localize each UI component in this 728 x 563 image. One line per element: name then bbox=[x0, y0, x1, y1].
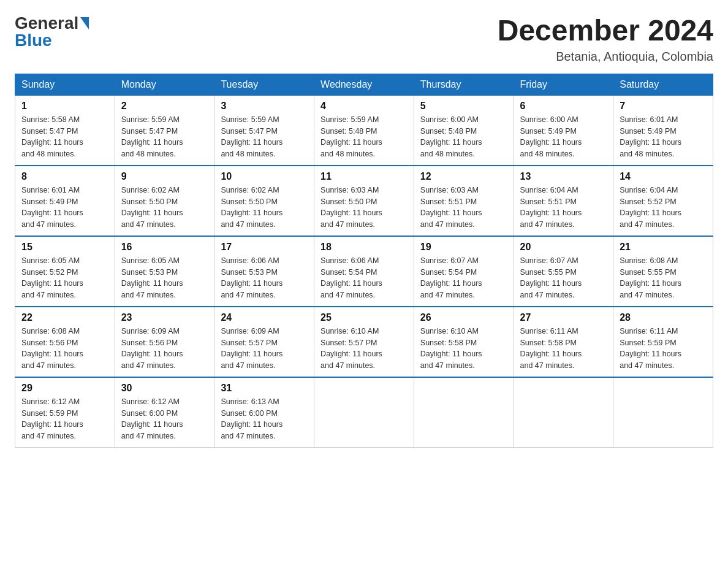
calendar-day-cell: 20 Sunrise: 6:07 AMSunset: 5:55 PMDaylig… bbox=[514, 236, 613, 307]
day-info: Sunrise: 6:00 AMSunset: 5:48 PMDaylight:… bbox=[420, 115, 482, 158]
calendar-day-cell: 19 Sunrise: 6:07 AMSunset: 5:54 PMDaylig… bbox=[414, 236, 514, 307]
calendar-day-cell: 26 Sunrise: 6:10 AMSunset: 5:58 PMDaylig… bbox=[414, 307, 514, 377]
calendar-day-cell bbox=[414, 377, 514, 448]
day-number: 24 bbox=[221, 312, 308, 323]
month-title: December 2024 bbox=[498, 15, 713, 47]
day-number: 29 bbox=[21, 383, 108, 394]
calendar-day-cell: 6 Sunrise: 6:00 AMSunset: 5:49 PMDayligh… bbox=[514, 95, 613, 166]
day-number: 11 bbox=[320, 171, 408, 182]
day-number: 25 bbox=[320, 312, 408, 323]
day-info: Sunrise: 6:03 AMSunset: 5:51 PMDaylight:… bbox=[420, 186, 482, 229]
day-number: 15 bbox=[21, 242, 108, 253]
day-number: 18 bbox=[320, 242, 408, 253]
calendar-day-cell: 14 Sunrise: 6:04 AMSunset: 5:52 PMDaylig… bbox=[613, 166, 713, 236]
calendar-day-cell: 16 Sunrise: 6:05 AMSunset: 5:53 PMDaylig… bbox=[115, 236, 214, 307]
day-info: Sunrise: 6:09 AMSunset: 5:56 PMDaylight:… bbox=[121, 327, 183, 370]
day-info: Sunrise: 6:06 AMSunset: 5:53 PMDaylight:… bbox=[221, 256, 282, 299]
day-number: 30 bbox=[121, 383, 208, 394]
calendar-day-cell: 1 Sunrise: 5:58 AMSunset: 5:47 PMDayligh… bbox=[15, 95, 115, 166]
calendar-day-cell: 30 Sunrise: 6:12 AMSunset: 6:00 PMDaylig… bbox=[115, 377, 214, 448]
page-header: General Blue December 2024 Betania, Anti… bbox=[15, 15, 713, 64]
day-number: 19 bbox=[420, 242, 507, 253]
day-info: Sunrise: 6:13 AMSunset: 6:00 PMDaylight:… bbox=[221, 397, 282, 440]
logo-general-text: General bbox=[15, 15, 78, 32]
day-info: Sunrise: 5:59 AMSunset: 5:48 PMDaylight:… bbox=[320, 115, 382, 158]
day-info: Sunrise: 6:12 AMSunset: 6:00 PMDaylight:… bbox=[121, 397, 183, 440]
calendar-day-cell: 12 Sunrise: 6:03 AMSunset: 5:51 PMDaylig… bbox=[414, 166, 514, 236]
location-title: Betania, Antioquia, Colombia bbox=[498, 50, 713, 64]
day-info: Sunrise: 6:10 AMSunset: 5:58 PMDaylight:… bbox=[420, 327, 482, 370]
calendar-day-cell bbox=[314, 377, 414, 448]
calendar-day-cell: 25 Sunrise: 6:10 AMSunset: 5:57 PMDaylig… bbox=[314, 307, 414, 377]
day-of-week-header: Friday bbox=[514, 74, 613, 95]
day-number: 27 bbox=[520, 312, 607, 323]
day-info: Sunrise: 6:02 AMSunset: 5:50 PMDaylight:… bbox=[121, 186, 183, 229]
day-info: Sunrise: 6:00 AMSunset: 5:49 PMDaylight:… bbox=[520, 115, 582, 158]
day-number: 22 bbox=[21, 312, 108, 323]
day-info: Sunrise: 6:01 AMSunset: 5:49 PMDaylight:… bbox=[620, 115, 681, 158]
day-info: Sunrise: 6:04 AMSunset: 5:51 PMDaylight:… bbox=[520, 186, 582, 229]
day-number: 9 bbox=[121, 171, 208, 182]
day-info: Sunrise: 5:58 AMSunset: 5:47 PMDaylight:… bbox=[21, 115, 83, 158]
day-number: 8 bbox=[21, 171, 108, 182]
day-info: Sunrise: 6:03 AMSunset: 5:50 PMDaylight:… bbox=[320, 186, 382, 229]
calendar-day-cell: 27 Sunrise: 6:11 AMSunset: 5:58 PMDaylig… bbox=[514, 307, 613, 377]
day-number: 6 bbox=[520, 101, 607, 112]
day-of-week-header: Thursday bbox=[414, 74, 514, 95]
day-info: Sunrise: 6:04 AMSunset: 5:52 PMDaylight:… bbox=[620, 186, 681, 229]
day-of-week-header: Wednesday bbox=[314, 74, 414, 95]
day-info: Sunrise: 6:09 AMSunset: 5:57 PMDaylight:… bbox=[221, 327, 282, 370]
calendar-day-cell: 24 Sunrise: 6:09 AMSunset: 5:57 PMDaylig… bbox=[214, 307, 314, 377]
day-number: 12 bbox=[420, 171, 507, 182]
day-number: 1 bbox=[21, 101, 108, 112]
day-info: Sunrise: 6:05 AMSunset: 5:53 PMDaylight:… bbox=[121, 256, 183, 299]
calendar-day-cell: 2 Sunrise: 5:59 AMSunset: 5:47 PMDayligh… bbox=[115, 95, 214, 166]
day-number: 21 bbox=[620, 242, 707, 253]
day-info: Sunrise: 6:11 AMSunset: 5:58 PMDaylight:… bbox=[520, 327, 582, 370]
day-info: Sunrise: 6:11 AMSunset: 5:59 PMDaylight:… bbox=[620, 327, 681, 370]
calendar-day-cell bbox=[613, 377, 713, 448]
day-info: Sunrise: 6:05 AMSunset: 5:52 PMDaylight:… bbox=[21, 256, 83, 299]
calendar-day-cell: 7 Sunrise: 6:01 AMSunset: 5:49 PMDayligh… bbox=[613, 95, 713, 166]
day-number: 20 bbox=[520, 242, 607, 253]
day-info: Sunrise: 6:12 AMSunset: 5:59 PMDaylight:… bbox=[21, 397, 83, 440]
calendar-day-cell: 13 Sunrise: 6:04 AMSunset: 5:51 PMDaylig… bbox=[514, 166, 613, 236]
calendar-day-cell bbox=[514, 377, 613, 448]
day-number: 4 bbox=[320, 101, 408, 112]
day-number: 26 bbox=[420, 312, 507, 323]
day-info: Sunrise: 5:59 AMSunset: 5:47 PMDaylight:… bbox=[221, 115, 282, 158]
calendar-day-cell: 15 Sunrise: 6:05 AMSunset: 5:52 PMDaylig… bbox=[15, 236, 115, 307]
calendar-day-cell: 21 Sunrise: 6:08 AMSunset: 5:55 PMDaylig… bbox=[613, 236, 713, 307]
calendar-week-row: 8 Sunrise: 6:01 AMSunset: 5:49 PMDayligh… bbox=[15, 166, 713, 236]
day-info: Sunrise: 6:01 AMSunset: 5:49 PMDaylight:… bbox=[21, 186, 83, 229]
day-number: 3 bbox=[221, 101, 308, 112]
day-number: 23 bbox=[121, 312, 208, 323]
calendar-week-row: 22 Sunrise: 6:08 AMSunset: 5:56 PMDaylig… bbox=[15, 307, 713, 377]
calendar-day-cell: 10 Sunrise: 6:02 AMSunset: 5:50 PMDaylig… bbox=[214, 166, 314, 236]
day-of-week-header: Tuesday bbox=[214, 74, 314, 95]
day-number: 16 bbox=[121, 242, 208, 253]
day-info: Sunrise: 6:02 AMSunset: 5:50 PMDaylight:… bbox=[221, 186, 282, 229]
calendar-day-cell: 11 Sunrise: 6:03 AMSunset: 5:50 PMDaylig… bbox=[314, 166, 414, 236]
day-of-week-header: Monday bbox=[115, 74, 214, 95]
calendar-day-cell: 4 Sunrise: 5:59 AMSunset: 5:48 PMDayligh… bbox=[314, 95, 414, 166]
day-info: Sunrise: 5:59 AMSunset: 5:47 PMDaylight:… bbox=[121, 115, 183, 158]
calendar-day-cell: 18 Sunrise: 6:06 AMSunset: 5:54 PMDaylig… bbox=[314, 236, 414, 307]
calendar-table: SundayMondayTuesdayWednesdayThursdayFrid… bbox=[15, 74, 713, 448]
logo-blue-text: Blue bbox=[15, 31, 52, 50]
day-number: 2 bbox=[121, 101, 208, 112]
calendar-week-row: 1 Sunrise: 5:58 AMSunset: 5:47 PMDayligh… bbox=[15, 95, 713, 166]
day-info: Sunrise: 6:06 AMSunset: 5:54 PMDaylight:… bbox=[320, 256, 382, 299]
calendar-week-row: 15 Sunrise: 6:05 AMSunset: 5:52 PMDaylig… bbox=[15, 236, 713, 307]
calendar-day-cell: 8 Sunrise: 6:01 AMSunset: 5:49 PMDayligh… bbox=[15, 166, 115, 236]
day-number: 10 bbox=[221, 171, 308, 182]
calendar-header-row: SundayMondayTuesdayWednesdayThursdayFrid… bbox=[15, 74, 713, 95]
day-of-week-header: Saturday bbox=[613, 74, 713, 95]
calendar-day-cell: 23 Sunrise: 6:09 AMSunset: 5:56 PMDaylig… bbox=[115, 307, 214, 377]
day-number: 28 bbox=[620, 312, 707, 323]
day-number: 31 bbox=[221, 383, 308, 394]
day-number: 14 bbox=[620, 171, 707, 182]
calendar-day-cell: 28 Sunrise: 6:11 AMSunset: 5:59 PMDaylig… bbox=[613, 307, 713, 377]
logo-arrow-icon bbox=[80, 17, 89, 29]
calendar-day-cell: 31 Sunrise: 6:13 AMSunset: 6:00 PMDaylig… bbox=[214, 377, 314, 448]
